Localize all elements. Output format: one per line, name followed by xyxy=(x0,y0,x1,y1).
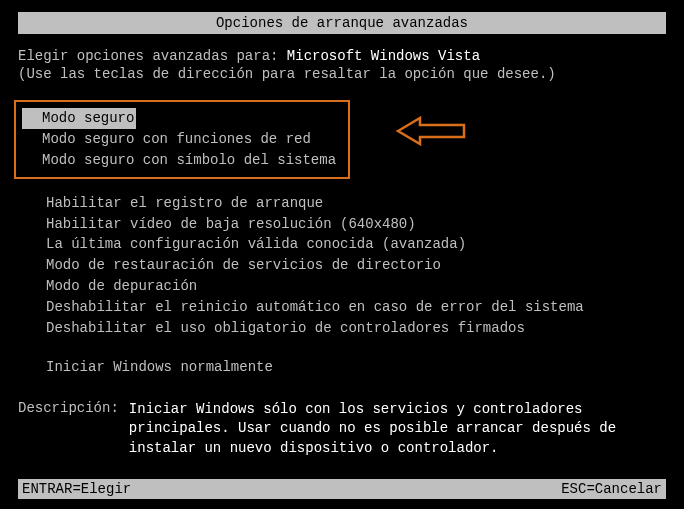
menu-item-boot-log[interactable]: Habilitar el registro de arranque xyxy=(18,193,666,214)
menu-item-ds-restore[interactable]: Modo de restauración de servicios de dir… xyxy=(18,255,666,276)
intro-line: Elegir opciones avanzadas para: Microsof… xyxy=(18,48,666,64)
menu-item-start-normally[interactable]: Iniciar Windows normalmente xyxy=(18,357,666,378)
title-bar: Opciones de arranque avanzadas xyxy=(18,12,666,34)
menu-item-debug[interactable]: Modo de depuración xyxy=(18,276,666,297)
description-section: Descripción: Iniciar Windows sólo con lo… xyxy=(18,400,666,459)
safe-mode-group: Modo seguro Modo seguro con funciones de… xyxy=(14,100,350,179)
intro-hint: (Use las teclas de dirección para resalt… xyxy=(18,66,666,82)
pointer-arrow-icon xyxy=(396,116,466,150)
footer-esc: ESC=Cancelar xyxy=(561,481,662,497)
description-label: Descripción: xyxy=(18,400,119,416)
menu-item-disable-driver-sig[interactable]: Deshabilitar el uso obligatorio de contr… xyxy=(18,318,666,339)
page-title: Opciones de arranque avanzadas xyxy=(216,15,468,31)
intro-prefix: Elegir opciones avanzadas para: xyxy=(18,48,287,64)
menu-item-safe-mode[interactable]: Modo seguro xyxy=(22,108,136,129)
menu-item-disable-auto-restart[interactable]: Deshabilitar el reinicio automático en c… xyxy=(18,297,666,318)
other-options-group: Habilitar el registro de arranque Habili… xyxy=(18,193,666,339)
menu-item-low-res[interactable]: Habilitar vídeo de baja resolución (640x… xyxy=(18,214,666,235)
description-text: Iniciar Windows sólo con los servicios y… xyxy=(129,400,666,459)
footer-bar: ENTRAR=Elegir ESC=Cancelar xyxy=(18,479,666,499)
content-area: Elegir opciones avanzadas para: Microsof… xyxy=(0,34,684,459)
menu-item-safe-mode-cmd[interactable]: Modo seguro con símbolo del sistema xyxy=(22,150,338,171)
os-name: Microsoft Windows Vista xyxy=(287,48,480,64)
menu-item-last-known-good[interactable]: La última configuración válida conocida … xyxy=(18,234,666,255)
footer-enter: ENTRAR=Elegir xyxy=(22,481,131,497)
menu-item-safe-mode-network[interactable]: Modo seguro con funciones de red xyxy=(22,129,338,150)
